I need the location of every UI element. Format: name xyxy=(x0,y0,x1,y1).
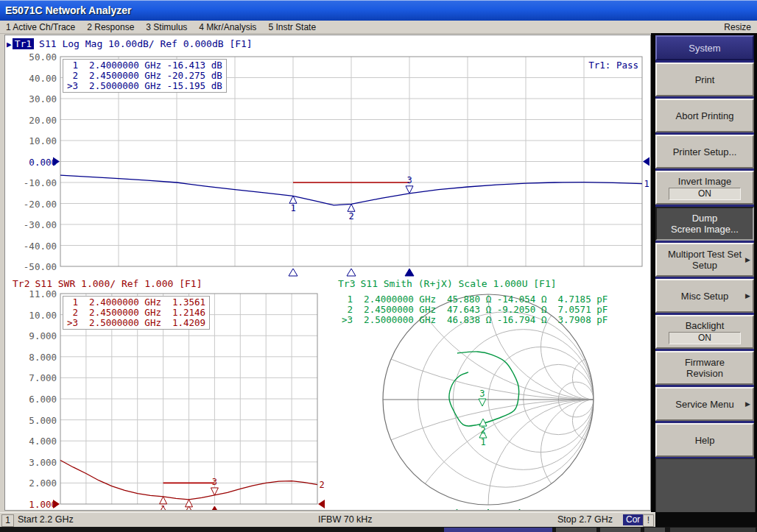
tr1-y-label: -40.00 xyxy=(5,241,57,252)
sidebar-button-value: ON xyxy=(669,332,741,344)
status-bar: 1 Start 2.2 GHz IFBW 70 kHz Stop 2.7 GHz… xyxy=(0,512,655,528)
sidebar-button-label: Invert Image xyxy=(678,176,731,187)
tr1-marker-readout: 1 2.4000000 GHz -16.413 dB 2 2.4500000 G… xyxy=(63,59,227,93)
tr1-y-label: 20.00 xyxy=(5,115,57,126)
sidebar-button-label: Help xyxy=(695,435,715,446)
svg-text:3: 3 xyxy=(479,389,485,399)
sidebar-button-help[interactable]: Help xyxy=(655,423,754,457)
svg-text:1: 1 xyxy=(290,203,295,213)
correction-badge: Cor xyxy=(623,514,643,525)
stimulus-marker-triangle xyxy=(405,269,414,276)
tr1-y-label: 40.00 xyxy=(5,73,57,84)
sidebar-button-system[interactable]: System xyxy=(655,35,754,60)
sidebar-button-backlight[interactable]: BacklightON xyxy=(655,315,754,349)
sidebar-button-dump-screen-image[interactable]: Dump Screen Image... xyxy=(655,207,754,241)
stimulus-marker-triangle xyxy=(289,269,297,276)
svg-text:1: 1 xyxy=(644,179,649,189)
sidebar-button-label: Backlight xyxy=(686,320,725,331)
sidebar-button-label: Misc Setup xyxy=(681,291,728,302)
menu-item-4-mkr-analysis[interactable]: 4 Mkr/Analysis xyxy=(193,22,262,32)
tr1-title: S11 Log Mag 10.00dB/ Ref 0.000dB [F1] xyxy=(39,38,253,49)
svg-text:1: 1 xyxy=(480,437,485,447)
menu-item-1-active-ch-trace[interactable]: 1 Active Ch/Trace xyxy=(0,22,81,32)
sidebar-button-label: Print xyxy=(695,74,715,85)
start-frequency: Start 2.2 GHz xyxy=(18,514,74,525)
svg-text:2: 2 xyxy=(319,480,324,490)
submenu-arrow-icon: ▶ xyxy=(745,292,750,299)
sidebar-button-misc-setup[interactable]: Misc Setup▶ xyxy=(655,279,754,313)
tr2-y-label: 6.000 xyxy=(5,394,57,405)
app-window: E5071C Network Analyzer 1 Active Ch/Trac… xyxy=(0,0,757,532)
taskbar-segment[interactable] xyxy=(600,528,641,532)
menu-item-3-stimulus[interactable]: 3 Stimulus xyxy=(140,22,193,32)
marker-triangle xyxy=(479,399,486,406)
taskbar-clock-segment xyxy=(670,528,756,532)
menu-item-2-response[interactable]: 2 Response xyxy=(81,22,140,32)
tr1-y-label: 30.00 xyxy=(5,93,57,104)
svg-text:3: 3 xyxy=(406,175,412,185)
tr2-y-label: 11.00 xyxy=(5,288,57,299)
ref-level-arrow-right xyxy=(318,500,325,508)
sidebar-button-label: Dump Screen Image... xyxy=(671,213,739,235)
taskbar-active-segment[interactable] xyxy=(444,528,552,532)
sidebar-button-firmware-revision[interactable]: Firmware Revision xyxy=(655,351,754,385)
tr2-y-label: 8.000 xyxy=(5,352,57,363)
softkey-sidebar: SystemPrintAbort PrintingPrinter Setup..… xyxy=(651,33,757,527)
sidebar-button-multiport-test-set-setup[interactable]: Multiport Test Set Setup▶ xyxy=(655,243,754,277)
taskbar-segment[interactable] xyxy=(644,528,665,532)
tr1-y-label: -10.00 xyxy=(5,177,57,188)
stimulus-marker-triangle xyxy=(484,509,493,510)
status-bar-filler xyxy=(655,512,757,527)
sidebar-button-abort-printing[interactable]: Abort Printing xyxy=(655,99,754,132)
sidebar-button-label: System xyxy=(689,43,720,54)
marker-triangle xyxy=(211,488,218,495)
marker-triangle xyxy=(406,186,413,194)
active-trace-cursor-icon: ▶ xyxy=(7,40,12,49)
tr1-header[interactable]: ▶Tr1S11 Log Mag 10.00dB/ Ref 0.000dB [F1… xyxy=(7,38,253,49)
stimulus-marker-triangle xyxy=(347,269,356,276)
tr2-y-label: 3.000 xyxy=(5,457,57,468)
ref-level-arrow-right xyxy=(643,157,649,166)
sidebar-button-invert-image[interactable]: Invert ImageON xyxy=(655,171,754,205)
tr3-marker-readout: 1 2.4000000 GHz 45.880 Ω -14.054 Ω 4.718… xyxy=(338,294,611,326)
marker-triangle xyxy=(160,497,167,504)
submenu-arrow-icon: ▶ xyxy=(745,256,750,263)
tr1-y-label: 10.00 xyxy=(5,135,57,146)
taskbar-strip xyxy=(0,527,757,532)
submenu-arrow-icon: ▶ xyxy=(745,400,750,408)
tr3-header[interactable]: Tr3S11 Smith (R+jX) Scale 1.000U [F1] xyxy=(338,278,557,289)
smith-grid xyxy=(67,35,650,510)
stimulus-marker-triangle xyxy=(210,506,219,510)
taskbar-segment[interactable] xyxy=(556,528,596,532)
marker-triangle xyxy=(289,196,297,203)
instrument-screen: 12311232123 ▶Tr1S11 Log Mag 10.00dB/ Ref… xyxy=(4,35,651,511)
sidebar-button-label: Service Menu xyxy=(675,399,733,410)
charts-canvas: 12311232123 xyxy=(5,35,650,510)
tr3-label: Tr3 xyxy=(338,278,355,289)
tr2-y-label: 9.000 xyxy=(5,330,57,341)
tr2-y-label: 1.000 xyxy=(5,499,57,510)
sidebar-button-print[interactable]: Print xyxy=(655,63,754,96)
window-title: E5071C Network Analyzer xyxy=(0,1,757,21)
tr2-y-label: 5.000 xyxy=(5,415,57,426)
sidebar-button-service-menu[interactable]: Service Menu▶ xyxy=(655,387,754,421)
tr2-label: Tr2 xyxy=(13,278,29,289)
title-bar: E5071C Network Analyzer xyxy=(0,0,757,21)
tr1-limit-status: Tr1: Pass xyxy=(588,60,638,71)
marker-triangle xyxy=(348,204,355,211)
tr1-y-label: -50.00 xyxy=(5,261,57,272)
sidebar-button-printer-setup[interactable]: Printer Setup... xyxy=(655,135,754,169)
menu-item-resize[interactable]: Resize xyxy=(718,22,757,32)
stimulus-marker-triangle xyxy=(515,509,524,510)
tr2-y-label: 10.00 xyxy=(5,310,57,321)
svg-text:3: 3 xyxy=(212,477,217,487)
tr2-header[interactable]: Tr2S11 SWR 1.000/ Ref 1.000 [F1] xyxy=(13,278,202,289)
tr1-y-label: 50.00 xyxy=(5,52,57,63)
tr2-marker-readout: 1 2.4000000 GHz 1.3561 2 2.4500000 GHz 1… xyxy=(63,296,210,330)
tr2-y-label: 2.000 xyxy=(5,478,57,489)
channel-indicator: 1 xyxy=(1,514,14,527)
menu-item-5-instr-state[interactable]: 5 Instr State xyxy=(262,22,322,32)
tr3-title: S11 Smith (R+jX) Scale 1.000U [F1] xyxy=(360,278,556,289)
tr2-title: S11 SWR 1.000/ Ref 1.000 [F1] xyxy=(35,278,202,289)
tr1-y-label: -30.00 xyxy=(5,219,57,230)
